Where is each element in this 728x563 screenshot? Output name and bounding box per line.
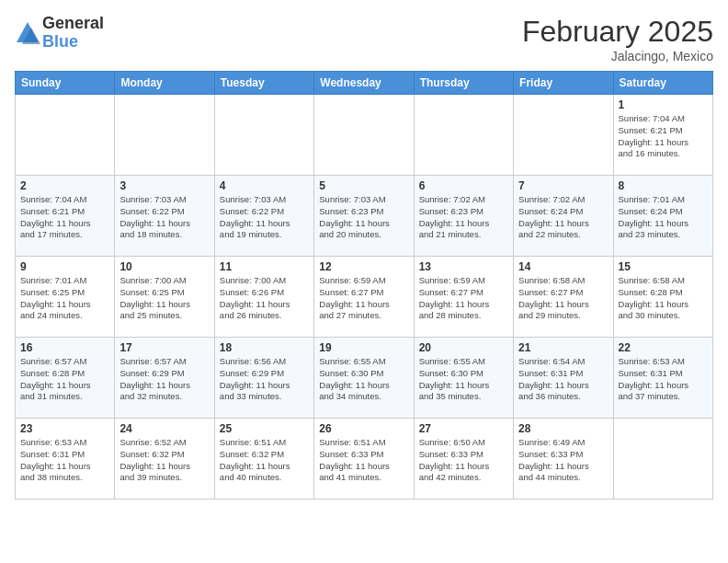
calendar-day-cell: 17Sunrise: 6:57 AM Sunset: 6:29 PM Dayli… (115, 338, 214, 419)
month-title: February 2025 (522, 15, 713, 49)
calendar-day-cell (613, 419, 712, 500)
calendar-week-row: 23Sunrise: 6:53 AM Sunset: 6:31 PM Dayli… (16, 419, 713, 500)
day-number: 14 (518, 260, 608, 273)
day-info: Sunrise: 7:01 AM Sunset: 6:25 PM Dayligh… (20, 275, 109, 322)
day-info: Sunrise: 6:57 AM Sunset: 6:28 PM Dayligh… (20, 356, 109, 403)
day-of-week-header: Wednesday (314, 72, 414, 95)
calendar-day-cell: 4Sunrise: 7:03 AM Sunset: 6:22 PM Daylig… (214, 176, 313, 257)
day-info: Sunrise: 6:51 AM Sunset: 6:33 PM Dayligh… (319, 437, 408, 484)
logo-icon (15, 20, 40, 46)
day-info: Sunrise: 7:01 AM Sunset: 6:24 PM Dayligh… (619, 194, 708, 241)
calendar-day-cell (514, 95, 613, 176)
calendar-day-cell: 19Sunrise: 6:55 AM Sunset: 6:30 PM Dayli… (314, 338, 414, 419)
day-number: 27 (419, 422, 508, 435)
calendar-day-cell: 14Sunrise: 6:58 AM Sunset: 6:27 PM Dayli… (514, 257, 613, 338)
day-number: 20 (419, 341, 508, 354)
day-number: 15 (619, 260, 708, 273)
logo-blue-text: Blue (42, 33, 104, 52)
calendar-day-cell: 7Sunrise: 7:02 AM Sunset: 6:24 PM Daylig… (514, 176, 613, 257)
day-info: Sunrise: 6:55 AM Sunset: 6:30 PM Dayligh… (319, 356, 408, 403)
day-number: 22 (619, 341, 708, 354)
day-number: 24 (119, 422, 209, 435)
day-info: Sunrise: 7:04 AM Sunset: 6:21 PM Dayligh… (619, 113, 708, 160)
day-info: Sunrise: 6:59 AM Sunset: 6:27 PM Dayligh… (419, 275, 508, 322)
calendar-day-cell: 18Sunrise: 6:56 AM Sunset: 6:29 PM Dayli… (214, 338, 313, 419)
calendar-day-cell: 8Sunrise: 7:01 AM Sunset: 6:24 PM Daylig… (613, 176, 712, 257)
day-info: Sunrise: 7:02 AM Sunset: 6:24 PM Dayligh… (518, 194, 608, 241)
calendar-day-cell (16, 95, 115, 176)
calendar-day-cell (115, 95, 214, 176)
day-info: Sunrise: 6:51 AM Sunset: 6:32 PM Dayligh… (220, 437, 309, 484)
calendar-week-row: 16Sunrise: 6:57 AM Sunset: 6:28 PM Dayli… (16, 338, 713, 419)
day-number: 9 (20, 260, 109, 273)
day-info: Sunrise: 7:00 AM Sunset: 6:26 PM Dayligh… (220, 275, 309, 322)
calendar-day-cell: 6Sunrise: 7:02 AM Sunset: 6:23 PM Daylig… (414, 176, 513, 257)
day-number: 28 (518, 422, 608, 435)
day-number: 19 (319, 341, 408, 354)
day-number: 17 (119, 341, 209, 354)
day-info: Sunrise: 6:50 AM Sunset: 6:33 PM Dayligh… (419, 437, 508, 484)
day-of-week-header: Thursday (414, 72, 513, 95)
calendar-day-cell: 22Sunrise: 6:53 AM Sunset: 6:31 PM Dayli… (613, 338, 712, 419)
day-of-week-header: Saturday (613, 72, 712, 95)
calendar-day-cell (214, 95, 313, 176)
calendar-day-cell: 10Sunrise: 7:00 AM Sunset: 6:25 PM Dayli… (115, 257, 214, 338)
day-number: 10 (119, 260, 209, 273)
calendar-day-cell: 27Sunrise: 6:50 AM Sunset: 6:33 PM Dayli… (414, 419, 513, 500)
calendar-day-cell: 20Sunrise: 6:55 AM Sunset: 6:30 PM Dayli… (414, 338, 513, 419)
day-number: 12 (319, 260, 408, 273)
day-number: 1 (619, 98, 708, 111)
location-subtitle: Jalacingo, Mexico (522, 49, 713, 63)
day-info: Sunrise: 6:53 AM Sunset: 6:31 PM Dayligh… (619, 356, 708, 403)
calendar-table: SundayMondayTuesdayWednesdayThursdayFrid… (15, 71, 713, 500)
day-number: 11 (220, 260, 309, 273)
calendar-day-cell: 11Sunrise: 7:00 AM Sunset: 6:26 PM Dayli… (214, 257, 313, 338)
day-number: 26 (319, 422, 408, 435)
title-block: February 2025 Jalacingo, Mexico (522, 15, 713, 63)
day-number: 16 (20, 341, 109, 354)
calendar-day-cell: 2Sunrise: 7:04 AM Sunset: 6:21 PM Daylig… (16, 176, 115, 257)
day-of-week-header: Monday (115, 72, 214, 95)
day-number: 13 (419, 260, 508, 273)
calendar-week-row: 1Sunrise: 7:04 AM Sunset: 6:21 PM Daylig… (16, 95, 713, 176)
day-number: 8 (619, 179, 708, 192)
day-of-week-header: Tuesday (214, 72, 313, 95)
day-info: Sunrise: 6:56 AM Sunset: 6:29 PM Dayligh… (220, 356, 309, 403)
day-info: Sunrise: 6:58 AM Sunset: 6:27 PM Dayligh… (518, 275, 608, 322)
calendar-day-cell: 5Sunrise: 7:03 AM Sunset: 6:23 PM Daylig… (314, 176, 414, 257)
calendar-day-cell: 16Sunrise: 6:57 AM Sunset: 6:28 PM Dayli… (16, 338, 115, 419)
day-number: 5 (319, 179, 408, 192)
calendar-day-cell: 12Sunrise: 6:59 AM Sunset: 6:27 PM Dayli… (314, 257, 414, 338)
day-number: 6 (419, 179, 508, 192)
day-info: Sunrise: 6:55 AM Sunset: 6:30 PM Dayligh… (419, 356, 508, 403)
day-of-week-header: Sunday (16, 72, 115, 95)
day-of-week-header: Friday (514, 72, 613, 95)
day-number: 2 (20, 179, 109, 192)
day-info: Sunrise: 7:04 AM Sunset: 6:21 PM Dayligh… (20, 194, 109, 241)
day-number: 3 (119, 179, 209, 192)
day-info: Sunrise: 6:53 AM Sunset: 6:31 PM Dayligh… (20, 437, 109, 484)
day-info: Sunrise: 6:49 AM Sunset: 6:33 PM Dayligh… (518, 437, 608, 484)
logo: General Blue (15, 15, 104, 52)
day-number: 4 (220, 179, 309, 192)
calendar-day-cell: 15Sunrise: 6:58 AM Sunset: 6:28 PM Dayli… (613, 257, 712, 338)
calendar-day-cell (314, 95, 414, 176)
day-number: 25 (220, 422, 309, 435)
day-info: Sunrise: 7:00 AM Sunset: 6:25 PM Dayligh… (119, 275, 209, 322)
calendar-day-cell: 9Sunrise: 7:01 AM Sunset: 6:25 PM Daylig… (16, 257, 115, 338)
calendar-day-cell: 1Sunrise: 7:04 AM Sunset: 6:21 PM Daylig… (613, 95, 712, 176)
day-info: Sunrise: 6:54 AM Sunset: 6:31 PM Dayligh… (518, 356, 608, 403)
calendar-day-cell: 23Sunrise: 6:53 AM Sunset: 6:31 PM Dayli… (16, 419, 115, 500)
calendar-header-row: SundayMondayTuesdayWednesdayThursdayFrid… (16, 72, 713, 95)
calendar-week-row: 9Sunrise: 7:01 AM Sunset: 6:25 PM Daylig… (16, 257, 713, 338)
calendar-day-cell: 25Sunrise: 6:51 AM Sunset: 6:32 PM Dayli… (214, 419, 313, 500)
day-number: 23 (20, 422, 109, 435)
calendar-day-cell: 24Sunrise: 6:52 AM Sunset: 6:32 PM Dayli… (115, 419, 214, 500)
day-info: Sunrise: 6:57 AM Sunset: 6:29 PM Dayligh… (119, 356, 209, 403)
calendar-day-cell: 21Sunrise: 6:54 AM Sunset: 6:31 PM Dayli… (514, 338, 613, 419)
calendar-week-row: 2Sunrise: 7:04 AM Sunset: 6:21 PM Daylig… (16, 176, 713, 257)
day-number: 18 (220, 341, 309, 354)
calendar-day-cell: 13Sunrise: 6:59 AM Sunset: 6:27 PM Dayli… (414, 257, 513, 338)
day-info: Sunrise: 7:03 AM Sunset: 6:22 PM Dayligh… (119, 194, 209, 241)
day-number: 21 (518, 341, 608, 354)
